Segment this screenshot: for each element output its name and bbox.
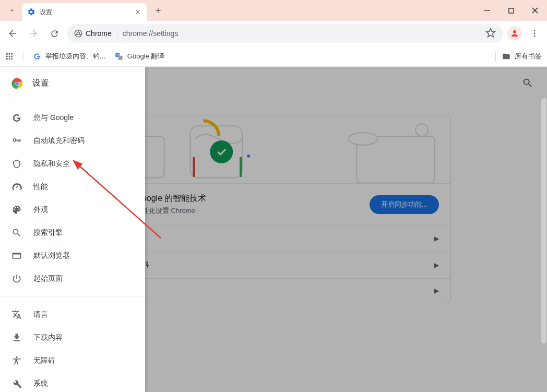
sidebar-item-on-startup[interactable]: 起始页面: [0, 267, 145, 290]
wrench-icon: [11, 378, 22, 389]
all-bookmarks-label: 所有书签: [515, 52, 542, 61]
sidebar-scrollbar[interactable]: [541, 98, 546, 343]
power-icon: [11, 274, 22, 284]
hero-illustration: [97, 115, 450, 183]
sidebar-item-you-and-google[interactable]: 您与 Google: [0, 106, 145, 129]
search-icon[interactable]: [522, 77, 533, 90]
sidebar-item-performance[interactable]: 性能: [0, 175, 145, 198]
bookmark-report-spam[interactable]: 举报垃圾内容、钓...: [33, 52, 105, 61]
svg-point-26: [349, 133, 378, 145]
svg-rect-10: [6, 55, 8, 57]
bookmark-star-icon[interactable]: [485, 28, 496, 40]
profile-avatar[interactable]: [507, 26, 522, 41]
apps-grid-icon[interactable]: [5, 52, 14, 61]
svg-point-31: [16, 82, 19, 85]
site-chip[interactable]: Chrome: [74, 29, 112, 38]
browser-tab[interactable]: 设置: [22, 3, 147, 21]
you-and-google-card: 中畅享 Google 的智能技术 上同步并个性化设置 Chrome 开启同步功能…: [96, 115, 451, 303]
svg-point-24: [247, 155, 250, 158]
svg-rect-20: [190, 126, 242, 178]
svg-point-3: [77, 32, 79, 34]
extra-row[interactable]: ▶: [97, 278, 450, 303]
key-icon: [11, 136, 22, 146]
forward-button[interactable]: [25, 25, 42, 42]
reload-button[interactable]: [46, 25, 63, 42]
svg-rect-14: [9, 58, 10, 60]
sidebar-item-label: 外观: [33, 205, 48, 215]
speedometer-icon: [11, 182, 22, 192]
hero-svg: [97, 115, 450, 183]
svg-rect-7: [6, 53, 8, 55]
sidebar-item-default-browser[interactable]: 默认浏览器: [0, 244, 145, 267]
sync-promo: 中畅享 Google 的智能技术 上同步并个性化设置 Chrome 开启同步功能…: [97, 183, 450, 225]
back-button[interactable]: [4, 25, 21, 42]
bookmarks-bar: 举报垃圾内容、钓... 文 Google 翻译 所有书签: [0, 46, 547, 67]
maximize-button[interactable]: [499, 0, 523, 21]
sidebar-item-label: 隐私和安全: [33, 159, 70, 169]
tab-search-button[interactable]: [4, 3, 20, 18]
sidebar-title: 设置: [32, 78, 49, 89]
sidebar-item-system[interactable]: 系统: [0, 372, 145, 392]
sidebar-item-label: 您与 Google: [33, 113, 74, 123]
language-icon: [11, 310, 22, 320]
new-tab-button[interactable]: [150, 3, 166, 18]
search-icon: [11, 228, 22, 238]
svg-rect-9: [11, 53, 13, 55]
bookmark-label: 举报垃圾内容、钓...: [45, 52, 105, 61]
sidebar-item-label: 自动填充和密码: [33, 136, 85, 146]
sidebar-item-label: 下载内容: [33, 333, 63, 342]
svg-rect-13: [6, 58, 8, 60]
bookmark-label: Google 翻译: [127, 52, 165, 61]
svg-rect-25: [357, 136, 435, 183]
omnibox-divider: [117, 29, 117, 38]
folder-icon: [502, 52, 510, 61]
chevron-right-icon: ▶: [434, 235, 439, 242]
chevron-right-icon: ▶: [434, 287, 439, 294]
sidebar-item-label: 默认浏览器: [33, 251, 70, 260]
svg-point-6: [534, 35, 536, 37]
svg-rect-21: [193, 157, 195, 177]
accessibility-icon: [11, 355, 22, 366]
bookmark-google-translate[interactable]: 文 Google 翻译: [115, 52, 165, 61]
svg-rect-22: [240, 157, 242, 177]
sidebar-item-label: 系统: [33, 379, 48, 388]
sidebar-item-label: 语言: [33, 310, 48, 319]
sidebar-item-autofill[interactable]: 自动填充和密码: [0, 129, 145, 152]
turn-on-sync-button[interactable]: 开启同步功能...: [370, 195, 439, 214]
sidebar-item-accessibility[interactable]: 无障碍: [0, 349, 145, 372]
google-services-row[interactable]: gle 服务 ▶: [97, 225, 450, 252]
sidebar-item-languages[interactable]: 语言: [0, 303, 145, 326]
chrome-icon: [74, 29, 82, 38]
site-chip-label: Chrome: [86, 29, 112, 38]
svg-text:文: 文: [117, 53, 120, 56]
svg-point-23: [210, 140, 233, 163]
sidebar-item-label: 搜索引擎: [33, 228, 63, 237]
address-bar[interactable]: Chrome chrome://settings: [67, 24, 503, 43]
minimize-button[interactable]: [475, 0, 499, 21]
svg-rect-1: [508, 8, 513, 13]
sidebar-item-privacy[interactable]: 隐私和安全: [0, 152, 145, 175]
sidebar-item-downloads[interactable]: 下载内容: [0, 326, 145, 349]
url-text: chrome://settings: [123, 29, 480, 38]
google-g-icon: [33, 52, 41, 61]
sidebar-item-label: 起始页面: [33, 274, 63, 283]
svg-rect-15: [11, 58, 13, 60]
all-bookmarks-button[interactable]: 所有书签: [502, 52, 542, 61]
svg-rect-8: [9, 53, 10, 55]
sidebar-item-search-engine[interactable]: 搜索引擎: [0, 221, 145, 244]
browser-toolbar: Chrome chrome://settings: [0, 21, 547, 46]
bookmark-divider: [495, 51, 496, 62]
chrome-profile-row[interactable]: me 个人资料 ▶: [97, 252, 450, 278]
browser-icon: [11, 251, 22, 261]
close-window-button[interactable]: [523, 0, 547, 21]
chevron-right-icon: ▶: [434, 262, 439, 269]
sidebar-item-label: 性能: [33, 182, 48, 192]
chrome-menu-icon[interactable]: [526, 25, 543, 42]
page-content: 中畅享 Google 的智能技术 上同步并个性化设置 Chrome 开启同步功能…: [0, 67, 547, 392]
translate-icon: 文: [115, 52, 123, 61]
svg-point-5: [534, 33, 536, 34]
close-tab-icon[interactable]: [134, 8, 142, 16]
chrome-logo-icon: [11, 78, 23, 89]
svg-rect-11: [9, 55, 10, 57]
sidebar-item-appearance[interactable]: 外观: [0, 198, 145, 221]
